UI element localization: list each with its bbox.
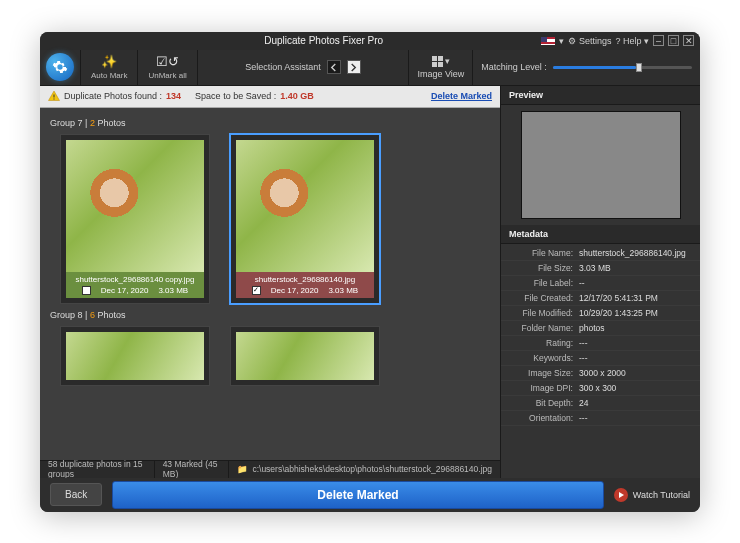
language-dropdown[interactable]: ▾ — [559, 36, 564, 46]
selection-prev-icon[interactable] — [327, 60, 341, 74]
photo-card[interactable] — [230, 326, 380, 386]
metadata-value: shutterstock_296886140.jpg — [579, 248, 692, 258]
metadata-key: File Name: — [509, 248, 579, 258]
photo-card[interactable]: shutterstock_296886140 copy.jpg Dec 17, … — [60, 134, 210, 304]
metadata-row: File Size:3.03 MB — [501, 261, 700, 276]
metadata-key: Orientation: — [509, 413, 579, 423]
metadata-value: 24 — [579, 398, 692, 408]
metadata-value: 12/17/20 5:41:31 PM — [579, 293, 692, 303]
metadata-value: -- — [579, 278, 692, 288]
bottom-bar: Back Delete Marked Watch Tutorial — [40, 478, 700, 512]
metadata-row: Folder Name:photos — [501, 321, 700, 336]
group-header: Group 8 | 6 Photos — [48, 304, 492, 326]
watch-tutorial-button[interactable]: Watch Tutorial — [614, 488, 690, 502]
titlebar: Duplicate Photos Fixer Pro ▾ ⚙ Settings … — [40, 32, 700, 50]
warning-icon — [48, 90, 60, 102]
metadata-key: File Label: — [509, 278, 579, 288]
metadata-key: Folder Name: — [509, 323, 579, 333]
metadata-row: File Label:-- — [501, 276, 700, 291]
metadata-row: Image DPI:300 x 300 — [501, 381, 700, 396]
metadata-value: 3.03 MB — [579, 263, 692, 273]
metadata-key: Image Size: — [509, 368, 579, 378]
duplicate-count: 134 — [166, 91, 181, 101]
photo-checkbox[interactable]: ✓ — [252, 286, 261, 295]
metadata-key: Keywords: — [509, 353, 579, 363]
info-bar: Duplicate Photos found : 134 Space to be… — [40, 86, 500, 108]
minimize-button[interactable]: – — [653, 35, 664, 46]
metadata-value: 300 x 300 — [579, 383, 692, 393]
metadata-row: Bit Depth:24 — [501, 396, 700, 411]
image-view-section: ▾ Image View — [408, 50, 472, 85]
metadata-row: Rating:--- — [501, 336, 700, 351]
language-flag-icon[interactable] — [541, 37, 555, 45]
matching-level-section: Matching Level : — [472, 50, 700, 85]
metadata-value: --- — [579, 338, 692, 348]
svg-rect-0 — [54, 95, 55, 98]
photo-filename: shutterstock_296886140.jpg — [240, 275, 370, 284]
space-to-save: 1.40 GB — [280, 91, 314, 101]
photo-thumbnail — [66, 332, 204, 380]
help-menu[interactable]: ? Help ▾ — [615, 36, 649, 46]
preview-image — [521, 111, 681, 219]
app-window: Duplicate Photos Fixer Pro ▾ ⚙ Settings … — [40, 32, 700, 512]
preview-header: Preview — [501, 86, 700, 105]
side-panel: Preview Metadata File Name:shutterstock_… — [500, 86, 700, 478]
status-path: 📁 c:\users\abhisheks\desktop\photos\shut… — [229, 461, 500, 478]
metadata-list: File Name:shutterstock_296886140.jpgFile… — [501, 244, 700, 478]
photo-checkbox[interactable] — [82, 286, 91, 295]
photo-card[interactable] — [60, 326, 210, 386]
app-title: Duplicate Photos Fixer Pro — [106, 35, 541, 46]
metadata-row: File Name:shutterstock_296886140.jpg — [501, 246, 700, 261]
metadata-value: --- — [579, 353, 692, 363]
delete-marked-link[interactable]: Delete Marked — [431, 91, 492, 101]
metadata-row: Image Size:3000 x 2000 — [501, 366, 700, 381]
metadata-row: File Created:12/17/20 5:41:31 PM — [501, 291, 700, 306]
status-marked: 43 Marked (45 MB) — [155, 461, 230, 478]
maximize-button[interactable]: □ — [668, 35, 679, 46]
matching-level-slider[interactable] — [553, 66, 692, 69]
metadata-value: --- — [579, 413, 692, 423]
metadata-key: File Created: — [509, 293, 579, 303]
metadata-row: Orientation:--- — [501, 411, 700, 426]
back-button[interactable]: Back — [50, 483, 102, 506]
play-icon — [614, 488, 628, 502]
toolbar: ✨ Auto Mark ☑↺ UnMark all Selection Assi… — [40, 50, 700, 86]
app-logo — [40, 50, 80, 85]
grid-view-icon[interactable] — [432, 56, 443, 67]
status-bar: 58 duplicate photos in 15 groups 43 Mark… — [40, 460, 500, 478]
unmark-icon: ☑↺ — [156, 54, 179, 69]
metadata-key: File Modified: — [509, 308, 579, 318]
metadata-header: Metadata — [501, 225, 700, 244]
metadata-key: Image DPI: — [509, 383, 579, 393]
metadata-value: photos — [579, 323, 692, 333]
photo-thumbnail — [66, 140, 204, 272]
folder-icon: 📁 — [237, 464, 248, 474]
svg-rect-1 — [54, 99, 55, 100]
photo-filename: shutterstock_296886140 copy.jpg — [70, 275, 200, 284]
metadata-row: Keywords:--- — [501, 351, 700, 366]
close-button[interactable]: ✕ — [683, 35, 694, 46]
wand-icon: ✨ — [101, 54, 117, 69]
selection-next-icon[interactable] — [347, 60, 361, 74]
groups-panel: Group 7 | 2 Photos shutterstock_29688614… — [40, 108, 500, 460]
metadata-key: Rating: — [509, 338, 579, 348]
metadata-row: File Modified:10/29/20 1:43:25 PM — [501, 306, 700, 321]
metadata-key: File Size: — [509, 263, 579, 273]
view-dropdown-icon[interactable]: ▾ — [445, 56, 450, 66]
photo-card[interactable]: shutterstock_296886140.jpg ✓ Dec 17, 202… — [230, 134, 380, 304]
photo-thumbnail — [236, 140, 374, 272]
group-header: Group 7 | 2 Photos — [48, 112, 492, 134]
photo-thumbnail — [236, 332, 374, 380]
metadata-value: 10/29/20 1:43:25 PM — [579, 308, 692, 318]
delete-marked-button[interactable]: Delete Marked — [112, 481, 604, 509]
status-groups: 58 duplicate photos in 15 groups — [40, 461, 155, 478]
metadata-value: 3000 x 2000 — [579, 368, 692, 378]
auto-mark-button[interactable]: ✨ Auto Mark — [80, 50, 137, 85]
metadata-key: Bit Depth: — [509, 398, 579, 408]
settings-menu[interactable]: ⚙ Settings — [568, 36, 611, 46]
selection-assistant: Selection Assistant — [197, 50, 409, 85]
unmark-all-button[interactable]: ☑↺ UnMark all — [137, 50, 196, 85]
